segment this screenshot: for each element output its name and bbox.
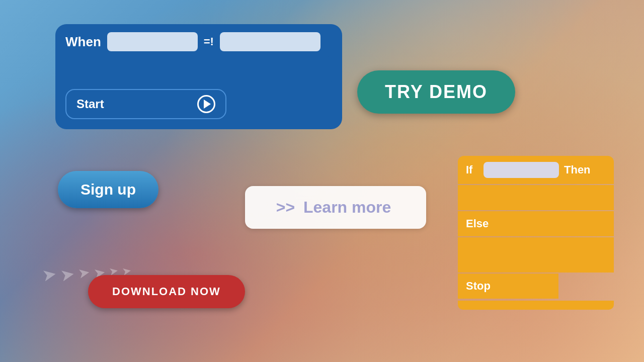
when-label: When [65,34,101,50]
download-button[interactable]: DOWNLOAD NOW [88,275,245,308]
then-label: Then [564,163,591,176]
when-block: When =! Start [55,24,342,129]
when-body [65,56,332,84]
start-button[interactable]: Start [65,89,226,119]
try-demo-label: TRY DEMO [385,81,488,102]
download-label: DOWNLOAD NOW [112,285,221,298]
if-label: If [466,163,478,176]
when-input-left[interactable] [107,32,198,51]
then-body [458,185,614,210]
logic-block: If Then Else Stop [458,156,614,310]
signup-label: Sign up [80,181,136,198]
start-label: Start [76,97,104,111]
learn-more-prefix: >> [276,198,295,216]
if-row: If Then [458,156,614,184]
else-label: Else [466,217,489,230]
signup-button[interactable]: Sign up [58,171,158,208]
else-row: Else [458,211,614,236]
when-input-right[interactable] [220,32,320,51]
logic-block-footer [458,301,614,310]
if-input[interactable] [484,162,559,178]
stop-label: Stop [466,280,491,293]
when-equals-label: =! [204,35,214,48]
try-demo-button[interactable]: TRY DEMO [357,70,515,114]
learn-more-button[interactable]: >> Learn more [245,186,426,229]
stop-row: Stop [458,274,558,299]
learn-more-label: >> Learn more [276,198,395,216]
else-body [458,237,614,273]
play-icon [197,95,215,113]
